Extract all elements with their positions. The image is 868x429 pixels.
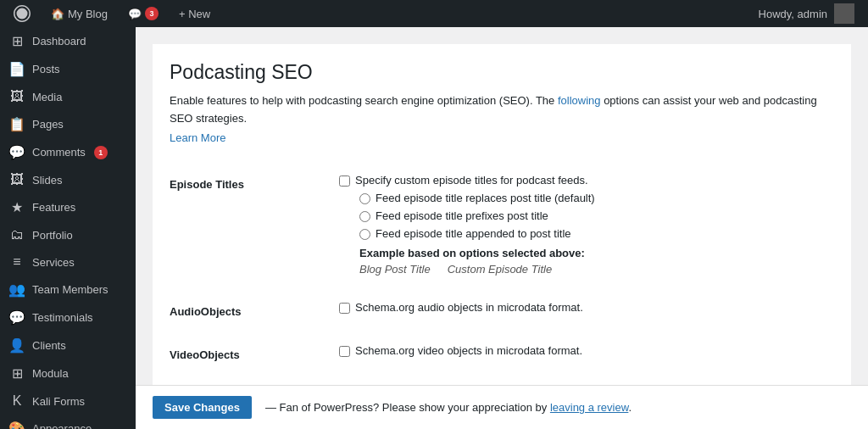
content-area: Podcasting SEO Enable features to help w… bbox=[136, 27, 868, 385]
episode-titles-checkbox[interactable] bbox=[339, 176, 350, 187]
video-objects-row: VideoObjects Schema.org video objects in… bbox=[170, 332, 834, 375]
sidebar-item-pages[interactable]: 📋 Pages bbox=[0, 110, 136, 138]
sidebar-item-label: Comments bbox=[32, 146, 86, 159]
sidebar-item-dashboard[interactable]: ⊞ Dashboard bbox=[0, 27, 136, 55]
podcast-directory-label: Podcast Directory SEO Guidance bbox=[170, 375, 339, 385]
sidebar-item-kali-forms[interactable]: K Kali Forms bbox=[0, 387, 136, 415]
review-end: . bbox=[628, 401, 632, 414]
comments-icon: 💬 bbox=[8, 144, 25, 160]
comments-badge: 1 bbox=[94, 146, 108, 159]
sidebar-item-comments[interactable]: 💬 Comments 1 bbox=[0, 138, 136, 166]
episode-title-radio-group: Feed episode title replaces post title (… bbox=[359, 192, 834, 240]
audio-objects-checkbox[interactable] bbox=[339, 303, 350, 314]
sidebar-item-slides[interactable]: 🖼 Slides bbox=[0, 166, 136, 193]
admin-bar-left: 🏠 My Blog 💬 3 + New bbox=[7, 0, 748, 27]
radio-replaces[interactable] bbox=[359, 193, 370, 204]
sidebar-item-media[interactable]: 🖼 Media bbox=[0, 83, 136, 110]
content-inner: Podcasting SEO Enable features to help w… bbox=[153, 44, 851, 385]
sidebar-item-clients[interactable]: 👤 Clients bbox=[0, 332, 136, 359]
sidebar-item-posts[interactable]: 📄 Posts bbox=[0, 55, 136, 83]
dashboard-icon: ⊞ bbox=[8, 33, 25, 49]
episode-titles-label: Episode Titles bbox=[170, 161, 339, 288]
content-wrapper: Podcasting SEO Enable features to help w… bbox=[136, 27, 868, 429]
page-description: Enable features to help with podcasting … bbox=[170, 92, 834, 128]
howdy-button[interactable]: Howdy, admin bbox=[752, 0, 861, 27]
howdy-label: Howdy, admin bbox=[759, 8, 827, 20]
sidebar-item-label: Testimonials bbox=[32, 311, 93, 324]
video-objects-checkbox-label[interactable]: Schema.org video objects in microdata fo… bbox=[339, 344, 834, 357]
sidebar-item-appearance[interactable]: 🎨 Appearance bbox=[0, 415, 136, 429]
sidebar-item-modula[interactable]: ⊞ Modula bbox=[0, 359, 136, 387]
site-name-button[interactable]: 🏠 My Blog bbox=[44, 0, 114, 27]
new-content-button[interactable]: + New bbox=[172, 0, 217, 27]
posts-icon: 📄 bbox=[8, 61, 25, 77]
comments-button[interactable]: 💬 3 bbox=[121, 0, 165, 27]
page-title: Podcasting SEO bbox=[170, 61, 834, 84]
site-icon: 🏠 bbox=[51, 8, 64, 20]
episode-titles-row: Episode Titles Specify custom episode ti… bbox=[170, 161, 834, 288]
admin-bar-right: Howdy, admin bbox=[752, 0, 861, 27]
video-objects-label: VideoObjects bbox=[170, 332, 339, 375]
audio-objects-checkbox-text: Schema.org audio objects in microdata fo… bbox=[355, 301, 583, 314]
sidebar-item-testimonials[interactable]: 💬 Testimonials bbox=[0, 304, 136, 332]
clients-icon: 👤 bbox=[8, 337, 25, 354]
radio-prefixes-label[interactable]: Feed episode title prefixes post title bbox=[359, 209, 834, 222]
appearance-icon: 🎨 bbox=[8, 421, 25, 429]
example-values: Blog Post Title Custom Episode Title bbox=[359, 263, 834, 276]
sidebar-item-label: Portfolio bbox=[32, 229, 73, 242]
footer-bar: Save Changes — Fan of PowerPress? Please… bbox=[136, 385, 868, 429]
sidebar-item-label: Appearance bbox=[32, 422, 92, 429]
seo-highlight: SEO bbox=[170, 112, 192, 125]
audio-objects-field: Schema.org audio objects in microdata fo… bbox=[339, 288, 834, 332]
learn-more-link[interactable]: Learn More bbox=[170, 131, 225, 144]
services-icon: ≡ bbox=[8, 254, 25, 270]
sidebar-item-features[interactable]: ★ Features bbox=[0, 193, 136, 221]
new-label: + New bbox=[179, 8, 210, 20]
comments-icon: 💬 bbox=[128, 8, 142, 20]
video-objects-field: Schema.org video objects in microdata fo… bbox=[339, 332, 834, 375]
fan-text: — Fan of PowerPress? Please show your ap… bbox=[265, 401, 547, 414]
episode-titles-checkbox-text: Specify custom episode titles for podcas… bbox=[355, 174, 588, 187]
team-members-icon: 👥 bbox=[8, 281, 25, 298]
site-name: My Blog bbox=[68, 8, 108, 20]
radio-prefixes-text: Feed episode title prefixes post title bbox=[376, 209, 548, 222]
audio-objects-label: AudioObjects bbox=[170, 288, 339, 332]
comments-badge: 3 bbox=[145, 7, 159, 20]
episode-titles-checkbox-label[interactable]: Specify custom episode titles for podcas… bbox=[339, 174, 834, 187]
features-icon: ★ bbox=[8, 199, 25, 215]
example-blog-post-title: Blog Post Title bbox=[359, 263, 431, 276]
avatar bbox=[834, 3, 854, 24]
sidebar-item-label: Pages bbox=[32, 118, 64, 131]
video-objects-checkbox[interactable] bbox=[339, 346, 350, 357]
video-objects-checkbox-text: Schema.org video objects in microdata fo… bbox=[355, 344, 582, 357]
kali-forms-icon: K bbox=[8, 393, 25, 409]
footer-text: — Fan of PowerPress? Please show your ap… bbox=[265, 401, 632, 414]
sidebar-item-label: Features bbox=[32, 201, 75, 214]
audio-objects-checkbox-label[interactable]: Schema.org audio objects in microdata fo… bbox=[339, 301, 834, 314]
audio-objects-row: AudioObjects Schema.org audio objects in… bbox=[170, 288, 834, 332]
review-link[interactable]: leaving a review bbox=[550, 401, 629, 414]
settings-form-table: Episode Titles Specify custom episode ti… bbox=[170, 161, 834, 385]
following-link[interactable]: following bbox=[558, 94, 601, 107]
radio-appended[interactable] bbox=[359, 229, 370, 240]
search-highlight: search bbox=[365, 94, 398, 107]
media-icon: 🖼 bbox=[8, 89, 25, 104]
podcast-directory-field: Enable and highlight features that help … bbox=[339, 375, 834, 385]
sidebar-item-portfolio[interactable]: 🗂 Portfolio bbox=[0, 221, 136, 248]
radio-replaces-label[interactable]: Feed episode title replaces post title (… bbox=[359, 192, 834, 204]
sidebar-item-services[interactable]: ≡ Services bbox=[0, 248, 136, 276]
testimonials-icon: 💬 bbox=[8, 309, 25, 326]
wp-logo-icon bbox=[14, 5, 31, 22]
episode-titles-field: Specify custom episode titles for podcas… bbox=[339, 161, 834, 288]
wp-logo-button[interactable] bbox=[7, 0, 37, 27]
sidebar-item-label: Team Members bbox=[32, 283, 108, 296]
save-changes-button[interactable]: Save Changes bbox=[153, 396, 252, 419]
radio-prefixes[interactable] bbox=[359, 211, 370, 222]
modula-icon: ⊞ bbox=[8, 365, 25, 382]
radio-appended-label[interactable]: Feed episode title appended to post titl… bbox=[359, 227, 834, 240]
sidebar-item-label: Posts bbox=[32, 63, 60, 75]
sidebar: ⊞ Dashboard 📄 Posts 🖼 Media 📋 Pages 💬 Co… bbox=[0, 27, 136, 429]
sidebar-item-label: Media bbox=[32, 91, 62, 103]
sidebar-item-team-members[interactable]: 👥 Team Members bbox=[0, 276, 136, 304]
podcast-directory-row: Podcast Directory SEO Guidance Enable an… bbox=[170, 375, 834, 385]
